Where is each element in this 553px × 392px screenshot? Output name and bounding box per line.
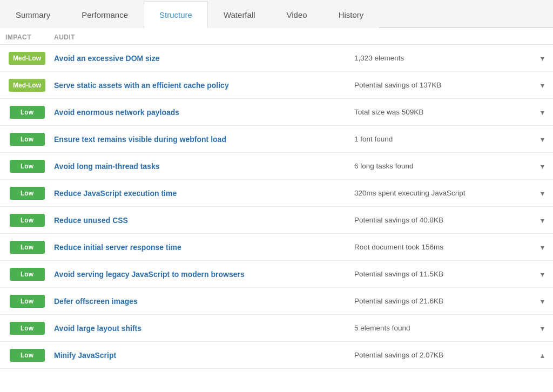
result-cell: Potential savings of 21.6KB	[348, 292, 531, 310]
chevron-cell[interactable]: ▾	[531, 162, 553, 171]
table-row[interactable]: Low Reduce JavaScript execution time 320…	[0, 180, 553, 207]
table-row[interactable]: Low Reduce unused CSS Potential savings …	[0, 207, 553, 234]
impact-cell: Low	[0, 209, 54, 231]
audit-cell: Reduce unused CSS	[54, 211, 348, 230]
result-cell: Root document took 156ms	[348, 238, 531, 256]
audit-cell: Avoid an excessive DOM size	[54, 49, 348, 68]
chevron-cell[interactable]: ▾	[531, 108, 553, 117]
tab-history[interactable]: History	[323, 1, 380, 28]
audit-link[interactable]: Serve static assets with an efficient ca…	[54, 81, 341, 90]
table-row[interactable]: Low Avoid large layout shifts 5 elements…	[0, 315, 553, 342]
audit-cell: Avoid long main-thread tasks	[54, 157, 348, 176]
chevron-cell[interactable]: ▾	[531, 54, 553, 63]
result-cell: 1 font found	[348, 130, 531, 148]
result-cell: Potential savings of 2.07KB	[348, 346, 531, 364]
audit-link[interactable]: Minify JavaScript	[54, 351, 341, 360]
audit-link[interactable]: Reduce unused CSS	[54, 216, 341, 225]
result-cell: 320ms spent executing JavaScript	[348, 184, 531, 202]
impact-cell: Low	[0, 263, 54, 285]
audit-link[interactable]: Reduce JavaScript execution time	[54, 189, 341, 198]
impact-cell: Low	[0, 290, 54, 312]
chevron-cell[interactable]: ▾	[531, 189, 553, 198]
audit-cell: Avoid large layout shifts	[54, 319, 348, 338]
result-cell: 1,323 elements	[348, 49, 531, 67]
chevron-cell[interactable]: ▾	[531, 324, 553, 333]
impact-cell: Low	[0, 183, 54, 204]
result-cell: 6 long tasks found	[348, 157, 531, 175]
table-row[interactable]: Low Ensure text remains visible during w…	[0, 126, 553, 153]
table-row[interactable]: Low Reduce initial server response time …	[0, 234, 553, 261]
audit-cell: Avoid enormous network payloads	[54, 103, 348, 122]
impact-cell: Low	[0, 129, 54, 150]
impact-badge: Low	[10, 187, 45, 200]
audit-cell: Minify JavaScript	[54, 346, 348, 365]
chevron-cell[interactable]: ▾	[531, 243, 553, 252]
impact-cell: Low	[0, 317, 54, 339]
impact-cell: Low	[0, 102, 54, 123]
impact-badge: Low	[10, 241, 45, 254]
impact-cell: Med-Low	[0, 75, 54, 96]
chevron-cell[interactable]: ▾	[531, 297, 553, 306]
table-row[interactable]: Med-Low Avoid an excessive DOM size 1,32…	[0, 45, 553, 72]
audit-link[interactable]: Reduce initial server response time	[54, 243, 341, 252]
audit-cell: Avoid serving legacy JavaScript to moder…	[54, 265, 348, 284]
audit-link[interactable]: Avoid serving legacy JavaScript to moder…	[54, 270, 341, 279]
chevron-cell[interactable]: ▾	[531, 270, 553, 279]
tab-video[interactable]: Video	[271, 1, 323, 28]
result-cell: Total size was 509KB	[348, 103, 531, 121]
impact-badge: Low	[10, 349, 45, 362]
table-row[interactable]: Med-Low Serve static assets with an effi…	[0, 72, 553, 99]
audit-column-header: AUDIT	[54, 33, 553, 41]
impact-badge: Low	[10, 268, 45, 281]
audit-link[interactable]: Avoid long main-thread tasks	[54, 162, 341, 171]
impact-column-header: IMPACT	[0, 33, 54, 41]
chevron-cell[interactable]: ▾	[531, 135, 553, 144]
result-cell: Potential savings of 137KB	[348, 76, 531, 94]
impact-badge: Low	[10, 133, 45, 146]
result-cell: Potential savings of 11.5KB	[348, 265, 531, 283]
table-row[interactable]: Low Minify JavaScript Potential savings …	[0, 342, 553, 369]
impact-badge: Low	[10, 160, 45, 173]
impact-badge: Med-Low	[9, 52, 45, 65]
impact-cell: Low	[0, 344, 54, 366]
audit-cell: Reduce JavaScript execution time	[54, 184, 348, 203]
chevron-cell[interactable]: ▾	[531, 81, 553, 90]
tab-performance[interactable]: Performance	[66, 1, 144, 28]
impact-badge: Med-Low	[9, 79, 45, 92]
audit-cell: Ensure text remains visible during webfo…	[54, 130, 348, 149]
audit-link[interactable]: Avoid large layout shifts	[54, 324, 341, 333]
impact-cell: Low	[0, 156, 54, 177]
impact-cell: Med-Low	[0, 48, 54, 69]
audit-cell: Serve static assets with an efficient ca…	[54, 76, 348, 95]
result-cell: Potential savings of 40.8KB	[348, 211, 531, 229]
audit-link[interactable]: Defer offscreen images	[54, 297, 341, 306]
impact-badge: Low	[10, 295, 45, 308]
audit-link[interactable]: Avoid enormous network payloads	[54, 108, 341, 117]
impact-cell: Low	[0, 236, 54, 258]
audit-rows-container: Med-Low Avoid an excessive DOM size 1,32…	[0, 45, 553, 369]
table-row[interactable]: Low Defer offscreen images Potential sav…	[0, 288, 553, 315]
result-cell: 5 elements found	[348, 319, 531, 337]
audit-link[interactable]: Avoid an excessive DOM size	[54, 54, 341, 63]
chevron-cell[interactable]: ▾	[531, 216, 553, 225]
audit-cell: Defer offscreen images	[54, 292, 348, 311]
column-headers: IMPACT AUDIT	[0, 28, 553, 45]
tab-structure[interactable]: Structure	[144, 1, 208, 28]
chevron-cell[interactable]: ▴	[531, 351, 553, 360]
table-row[interactable]: Low Avoid serving legacy JavaScript to m…	[0, 261, 553, 288]
table-row[interactable]: Low Avoid long main-thread tasks 6 long …	[0, 153, 553, 180]
impact-badge: Low	[10, 106, 45, 119]
audit-cell: Reduce initial server response time	[54, 238, 348, 257]
impact-badge: Low	[10, 214, 45, 227]
tab-summary[interactable]: Summary	[0, 1, 66, 28]
tab-waterfall[interactable]: Waterfall	[208, 1, 271, 28]
tab-bar: SummaryPerformanceStructureWaterfallVide…	[0, 0, 553, 28]
impact-badge: Low	[10, 322, 45, 335]
audit-table: IMPACT AUDIT Med-Low Avoid an excessive …	[0, 28, 553, 369]
table-row[interactable]: Low Avoid enormous network payloads Tota…	[0, 99, 553, 126]
audit-link[interactable]: Ensure text remains visible during webfo…	[54, 135, 341, 144]
